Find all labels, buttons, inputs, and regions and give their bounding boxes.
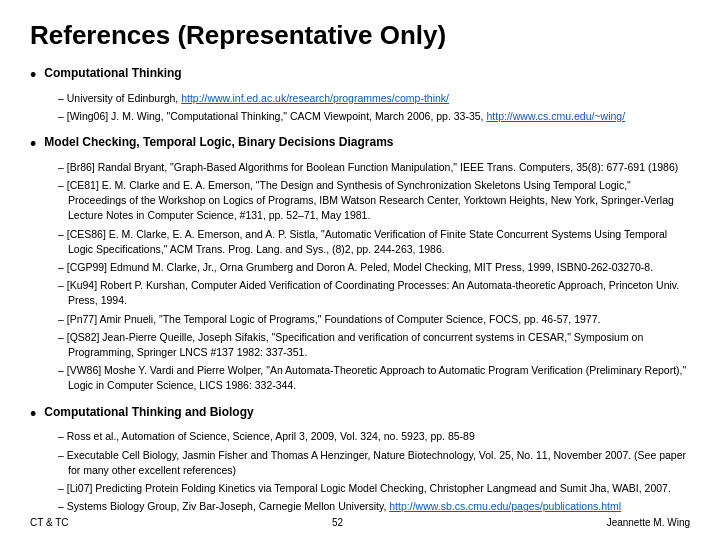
list-item: University of Edinburgh, http://www.inf.… bbox=[58, 91, 690, 106]
list-item: [CES86] E. M. Clarke, E. A. Emerson, and… bbox=[58, 227, 690, 257]
reference-link[interactable]: http://www.cs.cmu.edu/~wing/ bbox=[486, 110, 625, 122]
section-computational-biology: •Computational Thinking and BiologyRoss … bbox=[30, 404, 690, 515]
bullet-icon: • bbox=[30, 134, 36, 156]
list-item: [VW86] Moshe Y. Vardi and Pierre Wolper,… bbox=[58, 363, 690, 393]
bullet-icon: • bbox=[30, 404, 36, 426]
list-item: Systems Biology Group, Ziv Bar-Joseph, C… bbox=[58, 499, 690, 514]
list-item: [Ku94] Robert P. Kurshan, Computer Aided… bbox=[58, 278, 690, 308]
section-model-checking: •Model Checking, Temporal Logic, Binary … bbox=[30, 134, 690, 394]
list-item: [Pn77] Amir Pnueli, "The Temporal Logic … bbox=[58, 312, 690, 327]
list-item: [Wing06] J. M. Wing, "Computational Thin… bbox=[58, 109, 690, 124]
page-title: References (Representative Only) bbox=[30, 20, 690, 51]
bullet-icon: • bbox=[30, 65, 36, 87]
footer: CT & TC 52 Jeannette M. Wing bbox=[0, 517, 720, 528]
reference-link[interactable]: http://www.inf.ed.ac.uk/research/program… bbox=[181, 92, 449, 104]
refs-list: University of Edinburgh, http://www.inf.… bbox=[58, 91, 690, 124]
footer-right: Jeannette M. Wing bbox=[607, 517, 690, 528]
section-title: Computational Thinking and Biology bbox=[44, 404, 253, 421]
list-item: [CE81] E. M. Clarke and E. A. Emerson, "… bbox=[58, 178, 690, 224]
footer-center: 52 bbox=[332, 517, 343, 528]
list-item: Ross et al., Automation of Science, Scie… bbox=[58, 429, 690, 444]
list-item: [Li07] Predicting Protein Folding Kineti… bbox=[58, 481, 690, 496]
reference-link[interactable]: http://www.sb.cs.cmu.edu/pages/publicati… bbox=[389, 500, 621, 512]
list-item: [CGP99] Edmund M. Clarke, Jr., Orna Grum… bbox=[58, 260, 690, 275]
refs-list: [Br86] Randal Bryant, "Graph-Based Algor… bbox=[58, 160, 690, 394]
list-item: Executable Cell Biology, Jasmin Fisher a… bbox=[58, 448, 690, 478]
list-item: [Br86] Randal Bryant, "Graph-Based Algor… bbox=[58, 160, 690, 175]
section-title: Model Checking, Temporal Logic, Binary D… bbox=[44, 134, 393, 151]
section-title: Computational Thinking bbox=[44, 65, 181, 82]
section-computational-thinking: •Computational ThinkingUniversity of Edi… bbox=[30, 65, 690, 124]
footer-left: CT & TC bbox=[30, 517, 69, 528]
list-item: [QS82] Jean-Pierre Queille, Joseph Sifak… bbox=[58, 330, 690, 360]
refs-list: Ross et al., Automation of Science, Scie… bbox=[58, 429, 690, 514]
